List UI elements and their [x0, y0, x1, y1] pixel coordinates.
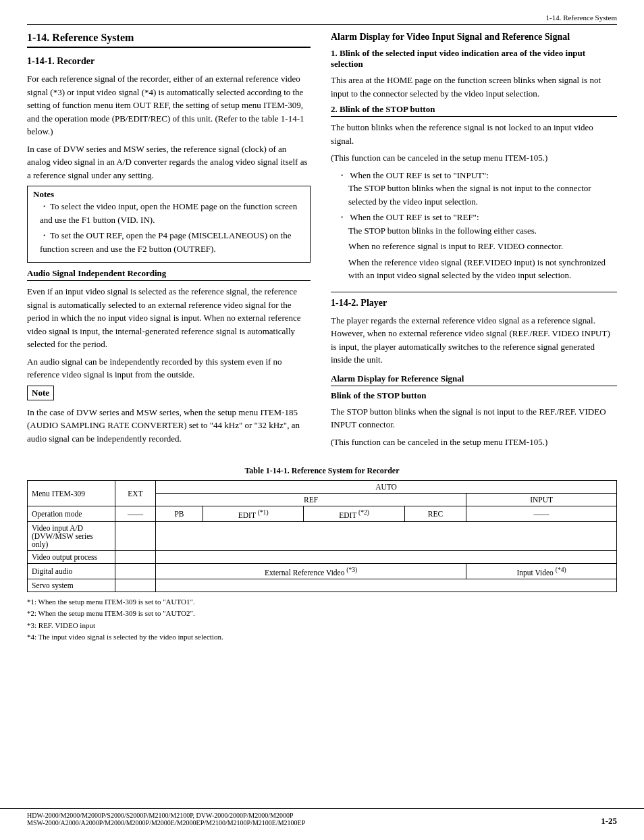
row-digital-audio: Digital audio External Reference Video (… [28, 563, 617, 579]
cell-digital-audio-ref: External Reference Video (*3) [156, 563, 466, 579]
bullet1: When the OUT REF is set to "INPUT": The … [338, 169, 617, 209]
item2-bullets: When the OUT REF is set to "INPUT": The … [331, 169, 617, 282]
subsection1-title: 1-14-1. Recorder [27, 56, 311, 67]
audio-para1: Even if an input video signal is selecte… [27, 285, 311, 351]
col-menu-item: Menu ITEM-309 [28, 481, 115, 506]
cell-video-output-ext [115, 550, 156, 563]
table-section: Table 1-14-1. Reference System for Recor… [27, 466, 617, 644]
notes-list: To select the video input, open the HOME… [33, 200, 304, 255]
cell-servo-auto [156, 579, 617, 592]
blink-para1: The STOP button blinks when the signal i… [331, 405, 617, 431]
footer-models-line1: HDW-2000/M2000/M2000P/S2000/S2000P/M2100… [27, 812, 305, 819]
footnote-4: *4: The input video signal is selected b… [27, 631, 617, 644]
item2-heading: 2. Blink of the STOP button [331, 104, 617, 117]
note-text: In the case of DVW series and MSW series… [27, 406, 311, 446]
op-edit2: EDIT (*2) [304, 506, 404, 522]
bullet1-text: The STOP button blinks when the signal i… [338, 182, 617, 208]
notes-item-1: To select the video input, open the HOME… [40, 200, 304, 226]
notes-box: Notes To select the video input, open th… [27, 186, 311, 263]
item1-heading: 1. Blink of the selected input video ind… [331, 48, 617, 70]
bullet2-sub1: When no reference signal is input to REF… [338, 240, 617, 253]
row-servo: Servo system [28, 579, 617, 592]
cell-servo-label: Servo system [28, 579, 115, 592]
blink-para2: (This function can be canceled in the se… [331, 436, 617, 449]
page-footer: HDW-2000/M2000/M2000P/S2000/S2000P/M2100… [0, 808, 644, 826]
cell-video-ad-auto [156, 521, 617, 550]
table-operation-row: Operation mode —— PB EDIT (*1) EDIT (*2)… [28, 506, 617, 522]
audio-section-title: Audio Signal Independent Recording [27, 268, 311, 281]
subsection2-title: 1-14-2. Player [331, 292, 617, 309]
blink-title: Blink of the STOP button [331, 390, 617, 401]
cell-video-ad-label: Video input A/D(DVW/MSW series only) [28, 521, 115, 550]
notes-item-2: To set the OUT REF, open the P4 page (MI… [40, 229, 304, 255]
page-number: 1-25 [601, 816, 617, 826]
note-box: Note [27, 386, 54, 400]
intro-para2: In case of DVW series and MSW series, th… [27, 142, 311, 182]
audio-para2: An audio signal can be independently rec… [27, 355, 311, 382]
footnote-3: *3: REF. VIDEO input [27, 620, 617, 632]
right-column: Alarm Display for Video Input Signal and… [331, 32, 617, 452]
item2-para1: The button blinks when the reference sig… [331, 121, 617, 147]
bullet2-sub2: When the reference video signal (REF.VID… [338, 256, 617, 282]
footnotes: *1: When the setup menu ITEM-309 is set … [27, 596, 617, 644]
col-ext: EXT [115, 481, 156, 506]
footer-models: HDW-2000/M2000/M2000P/S2000/S2000P/M2100… [27, 812, 305, 826]
note-label: Note [32, 388, 49, 398]
footer-models-line2: MSW-2000/A2000/A2000P/M2000/M2000P/M2000… [27, 819, 305, 826]
bullet2-text: The STOP button blinks in the following … [338, 224, 617, 238]
cell-digital-audio-input: Input Video (*4) [466, 563, 617, 579]
left-column: 1-14. Reference System 1-14-1. Recorder … [27, 32, 311, 452]
intro-para1: For each reference signal of the recorde… [27, 72, 311, 138]
cell-video-ad-ext [115, 521, 156, 550]
col-auto: AUTO [156, 481, 617, 494]
bullet2: When the OUT REF is set to "REF": The ST… [338, 211, 617, 282]
header-page-ref: 1-14. Reference System [546, 14, 617, 22]
row-video-input-ad: Video input A/D(DVW/MSW series only) [28, 521, 617, 550]
op-edit1: EDIT (*1) [203, 506, 303, 522]
note-inline: Note [27, 386, 311, 403]
cell-servo-ext [115, 579, 156, 592]
table-title: Table 1-14-1. Reference System for Recor… [27, 466, 617, 476]
op-ext: —— [115, 506, 156, 522]
col-ref: REF [156, 494, 466, 506]
footnote-2: *2: When the setup menu ITEM-309 is set … [27, 608, 617, 620]
top-right-header: 1-14. Reference System [27, 14, 617, 25]
alarm-video-title: Alarm Display for Video Input Signal and… [331, 32, 617, 43]
reference-table: Menu ITEM-309 EXT AUTO REF INPUT Operati… [27, 480, 617, 592]
op-pb: PB [156, 506, 203, 522]
table-header-row1: Menu ITEM-309 EXT AUTO [28, 481, 617, 494]
item2-para2: (This function can be canceled in the se… [331, 151, 617, 165]
op-rec: REC [404, 506, 466, 522]
cell-video-output-label: Video output process [28, 550, 115, 563]
notes-label: Notes [33, 189, 304, 200]
row-video-output: Video output process [28, 550, 617, 563]
main-content: 1-14. Reference System 1-14-1. Recorder … [27, 32, 617, 452]
col-input: INPUT [466, 494, 617, 506]
alarm-ref-title: Alarm Display for Reference Signal [331, 373, 617, 386]
page-container: 1-14. Reference System 1-14. Reference S… [0, 0, 644, 840]
subsection2-para: The player regards the external referenc… [331, 314, 617, 367]
cell-digital-audio-label: Digital audio [28, 563, 115, 579]
footnote-1: *1: When the setup menu ITEM-309 is set … [27, 596, 617, 608]
section-title: 1-14. Reference System [27, 32, 311, 48]
cell-digital-audio-ext [115, 563, 156, 579]
op-label: Operation mode [28, 506, 115, 522]
item1-para: This area at the HOME page on the functi… [331, 74, 617, 100]
op-input: —— [466, 506, 617, 522]
cell-video-output-auto [156, 550, 617, 563]
